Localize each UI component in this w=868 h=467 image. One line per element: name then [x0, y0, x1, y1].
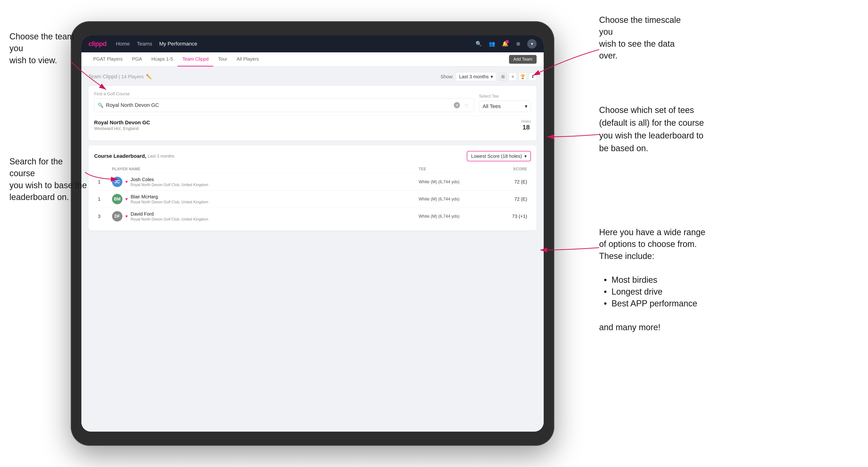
nav-links: Home Teams My Performance: [116, 41, 197, 47]
subnav: PGAT Players PGA Hcaps 1-5 Team Clippd T…: [81, 52, 544, 66]
col-player-name: PLAYER NAME: [112, 167, 418, 171]
tab-all-players[interactable]: All Players: [232, 52, 264, 66]
main-content: Team Clippd | 14 Players ✏️ Show: Last 3…: [81, 66, 544, 432]
nav-home[interactable]: Home: [116, 41, 130, 47]
player-club-0: Royal North Devon Golf Club, United King…: [131, 183, 208, 187]
player-name-2: David Ford: [131, 211, 208, 217]
people-icon[interactable]: 👥: [488, 40, 496, 48]
holes-number: 18: [522, 124, 530, 131]
player-tee-0: White (M) (6,744 yds): [418, 180, 485, 184]
tee-select-section: Select Tee All Tees ▾: [479, 94, 531, 112]
edit-team-icon[interactable]: ✏️: [146, 74, 152, 80]
player-score-1: 72 (E): [485, 196, 527, 202]
holes-box: Holes 18: [521, 119, 531, 131]
trophy-icon[interactable]: 🏆: [519, 73, 527, 81]
leaderboard-subtitle: Last 3 months: [148, 154, 174, 159]
show-dropdown[interactable]: Last 3 months ▾: [456, 72, 496, 81]
search-magnifier-icon: 🔍: [98, 102, 103, 108]
tab-pgat-players[interactable]: PGAT Players: [88, 52, 127, 66]
annotation-top-right: Choose the timescale youwish to see the …: [599, 14, 693, 62]
player-score-2: 73 (+1): [485, 214, 527, 219]
course-search-input[interactable]: 🔍 Royal North Devon GC ✕ ☆: [94, 98, 474, 112]
rank-3: 3: [98, 214, 112, 219]
nav-my-performance[interactable]: My Performance: [159, 41, 197, 47]
grid-view-icon[interactable]: ⊞: [499, 73, 507, 81]
tab-pga[interactable]: PGA: [127, 52, 147, 66]
holes-label: Holes: [521, 119, 531, 124]
annotation-top-left: Choose the team youwish to view.: [9, 31, 75, 66]
table-row: 1 JC ♥ Josh Coles Royal North Devon Golf…: [94, 173, 531, 190]
view-icons: ⊞ ≡ 🏆 ⬇: [499, 73, 536, 81]
show-label: Show:: [441, 74, 454, 80]
tab-tour[interactable]: Tour: [213, 52, 232, 66]
heart-icon-1[interactable]: ♥: [125, 197, 128, 201]
user-avatar[interactable]: ▾: [527, 39, 536, 49]
heart-icon-0[interactable]: ♥: [125, 180, 128, 184]
player-club-2: Royal North Devon Golf Club, United King…: [131, 217, 208, 221]
player-avatar-0: JC: [112, 177, 122, 187]
list-view-icon[interactable]: ≡: [509, 73, 517, 81]
tee-label: Select Tee: [479, 94, 531, 99]
tablet-screen: clippd Home Teams My Performance 🔍 👥 🔔 ⊕…: [81, 35, 544, 432]
bell-icon[interactable]: 🔔: [501, 40, 509, 48]
player-details-2: David Ford Royal North Devon Golf Club, …: [131, 211, 208, 221]
player-avatar-1: BM: [112, 194, 122, 204]
player-details-1: Blair McHarg Royal North Devon Golf Club…: [131, 194, 208, 204]
rank-1: 1: [98, 179, 112, 185]
leaderboard-header: Course Leaderboard, Last 3 months Lowest…: [94, 151, 531, 161]
tab-team-clippd[interactable]: Team Clippd: [178, 52, 213, 66]
player-name-1: Blair McHarg: [131, 194, 208, 199]
find-course-label: Find a Golf Course: [94, 92, 474, 96]
player-cell-2: DF ♥ David Ford Royal North Devon Golf C…: [112, 211, 418, 221]
player-club-1: Royal North Devon Golf Club, United King…: [131, 200, 208, 204]
player-score-0: 72 (E): [485, 179, 527, 185]
table-row: 1 BM ♥ Blair McHarg Royal North Devon Go…: [94, 190, 531, 208]
col-tee: TEE: [418, 167, 485, 171]
navbar-icons: 🔍 👥 🔔 ⊕ ▾: [474, 39, 536, 49]
app-logo: clippd: [88, 40, 106, 48]
player-cell-1: BM ♥ Blair McHarg Royal North Devon Golf…: [112, 194, 418, 204]
heart-icon-2[interactable]: ♥: [125, 214, 128, 219]
navbar: clippd Home Teams My Performance 🔍 👥 🔔 ⊕…: [81, 35, 544, 52]
search-input-value: Royal North Devon GC: [106, 102, 454, 108]
table-header: PLAYER NAME TEE SCORE: [94, 165, 531, 173]
add-team-button[interactable]: Add Team: [509, 55, 536, 64]
col-score: SCORE: [485, 167, 527, 171]
download-icon[interactable]: ⬇: [529, 73, 536, 81]
course-name: Royal North Devon GC: [94, 120, 521, 126]
team-title: Team Clippd | 14 Players: [88, 73, 144, 80]
tab-hcaps[interactable]: Hcaps 1-5: [147, 52, 178, 66]
score-type-dropdown[interactable]: Lowest Score (18 holes) ▾: [467, 151, 531, 161]
leaderboard-card: Course Leaderboard, Last 3 months Lowest…: [88, 145, 536, 230]
player-details-0: Josh Coles Royal North Devon Golf Club, …: [131, 177, 208, 187]
search-icon[interactable]: 🔍: [474, 40, 483, 48]
table-row: 3 DF ♥ David Ford Royal North Devon Golf…: [94, 208, 531, 225]
rank-2: 1: [98, 196, 112, 202]
player-cell-0: JC ♥ Josh Coles Royal North Devon Golf C…: [112, 177, 418, 187]
tablet-device: clippd Home Teams My Performance 🔍 👥 🔔 ⊕…: [71, 21, 554, 446]
annotation-bottom-right: Here you have a wide rangeof options to …: [599, 226, 705, 334]
player-name-0: Josh Coles: [131, 177, 208, 182]
player-tee-2: White (M) (6,744 yds): [418, 214, 485, 219]
tee-dropdown[interactable]: All Tees ▾: [479, 101, 531, 112]
course-info: Royal North Devon GC Westward Ho!, Engla…: [94, 120, 521, 131]
favorite-star-icon[interactable]: ☆: [462, 101, 471, 110]
course-result: Royal North Devon GC Westward Ho!, Engla…: [94, 115, 531, 135]
nav-teams[interactable]: Teams: [137, 41, 152, 47]
annotation-bottom-left: Search for the courseyou wish to base th…: [9, 156, 90, 203]
leaderboard-title: Course Leaderboard,: [94, 153, 146, 159]
course-search-card: Find a Golf Course 🔍 Royal North Devon G…: [88, 86, 536, 141]
annotation-mid-right: Choose which set of tees(default is all)…: [599, 104, 704, 155]
course-location: Westward Ho!, England: [94, 126, 521, 131]
search-clear-button[interactable]: ✕: [454, 102, 460, 108]
settings-icon[interactable]: ⊕: [514, 40, 522, 48]
player-tee-1: White (M) (6,744 yds): [418, 197, 485, 201]
team-header: Team Clippd | 14 Players ✏️ Show: Last 3…: [88, 72, 536, 81]
player-avatar-2: DF: [112, 211, 122, 221]
